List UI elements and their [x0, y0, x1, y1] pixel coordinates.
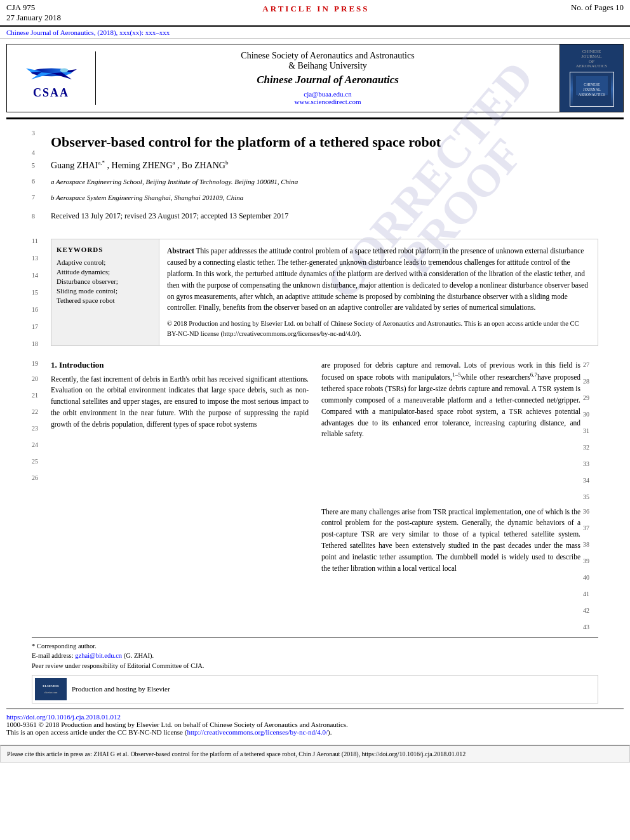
issn-text: 1000-9361 © 2018 Production and hosting … [6, 721, 348, 728]
left-line-nums: 20 21 22 23 24 25 26 [32, 374, 51, 481]
contact-links: cja@buaa.edu.cn www.sciencedirect.com [102, 90, 553, 105]
top-bar-left: CJA 975 27 January 2018 [6, 3, 61, 23]
keyword-4: Sliding mode control; [57, 287, 154, 295]
keywords-column: KEYWORDS Adaptive control; Attitude dyna… [51, 239, 159, 345]
author3-sup: b [225, 159, 229, 166]
copyright-text: © 2018 Production and hosting by Elsevie… [167, 319, 590, 339]
authors-list: Guang ZHAIa,* , Heming ZHENGa , Bo ZHANG… [51, 159, 228, 171]
author1-sup: a,* [98, 159, 105, 166]
abstract-column: Abstract This paper addresses the attitu… [159, 239, 598, 345]
right-para1: are proposed for debris capture and remo… [321, 360, 580, 500]
right-para2: There are many challenges arise from TSR… [321, 507, 580, 630]
author2-sup: a [173, 159, 175, 166]
intro-paragraph: 20 21 22 23 24 25 26 Recently, the fast … [32, 374, 309, 481]
svg-text:CHINESE: CHINESE [584, 83, 600, 86]
author2-name: , Heming ZHENG [107, 160, 173, 170]
elsevier-logo-small: ELSEVIER elsevier.com [35, 678, 67, 700]
email-link[interactable]: cja@buaa.edu.cn [102, 90, 553, 98]
keyword-3: Disturbance observer; [57, 277, 154, 285]
article-title: Observer-based control for the platform … [51, 133, 441, 152]
doi-footer: https://doi.org/10.1016/j.cja.2018.01.01… [6, 709, 624, 740]
svg-text:elsevier.com: elsevier.com [44, 691, 58, 694]
keywords-title: KEYWORDS [57, 246, 154, 253]
doi-section: https://doi.org/10.1016/j.cja.2018.01.01… [0, 703, 630, 742]
csaa-plane-icon [26, 57, 77, 85]
abstract-label: Abstract [167, 247, 194, 255]
received-section: 8 Received 13 July 2017; revised 23 Augu… [32, 211, 598, 227]
author3-name: , Bo ZHANG [177, 160, 225, 170]
peer-review-note: Peer review under responsibility of Edit… [32, 661, 598, 671]
intro-text-row: 20 21 22 23 24 25 26 Recently, the fast … [32, 374, 309, 481]
keyword-1: Adaptive control; [57, 258, 154, 266]
svg-rect-11 [37, 679, 65, 698]
body-two-col: 19 1. Introduction 20 21 22 23 24 25 26 [32, 360, 598, 630]
affil2-row: 7 b Aerospace System Engineering Shangha… [32, 192, 598, 208]
abstract-text: This paper addresses the attitude contro… [167, 247, 588, 311]
journal-title-block: Chinese Society of Aeronautics and Astro… [96, 44, 560, 112]
journal-link[interactable]: Chinese Journal of Aeronautics, (2018), … [6, 29, 170, 36]
article-in-press-label: ARTICLE IN PRESS [262, 3, 369, 14]
keyword-5: Tethered space robot [57, 297, 154, 304]
top-bar: CJA 975 27 January 2018 ARTICLE IN PRESS… [0, 0, 630, 27]
author1-name: Guang ZHAI [51, 160, 98, 170]
elsevier-journal-cover: CHINESE JOURNAL OF AERONAUTICS CHINESE J… [560, 44, 623, 112]
keyword-2: Attitude dynamics; [57, 268, 154, 276]
cite-text: Please cite this article in press as: ZH… [7, 750, 466, 757]
right-text-row1: are proposed for debris capture and remo… [321, 360, 598, 500]
right-text-row2: There are many challenges arise from TSR… [321, 507, 598, 630]
csaa-text: CSAA [33, 86, 69, 100]
doi-link[interactable]: https://doi.org/10.1016/j.cja.2018.01.01… [6, 713, 121, 721]
production-hosting-text: Production and hosting by Elsevier [72, 684, 170, 695]
right-line-nums-2: 36 37 38 39 40 41 42 43 [580, 507, 598, 630]
svg-text:JOURNAL: JOURNAL [583, 88, 601, 91]
corresponding-note: * Corresponding author. [32, 641, 598, 651]
affil1-row: 6 a Aerospace Engineering School, Beijin… [32, 177, 598, 192]
title-line-nums: 3 4 [32, 127, 51, 156]
left-column: 19 1. Introduction 20 21 22 23 24 25 26 [32, 360, 309, 630]
journal-cover-image: CHINESE JOURNAL AERONAUTICS [570, 72, 614, 107]
introduction-heading: 1. Introduction [51, 360, 104, 370]
email-note: E-mail address: gzhai@bit.edu.cn E-mail … [32, 651, 598, 661]
cite-bar: Please cite this article in press as: ZH… [0, 745, 630, 763]
journal-name: Chinese Journal of Aeronautics [102, 74, 553, 86]
abstract-section: KEYWORDS Adaptive control; Attitude dyna… [51, 239, 598, 345]
cover-svg: CHINESE JOURNAL AERONAUTICS [573, 73, 611, 105]
intro-heading-row: 19 1. Introduction [32, 360, 309, 374]
affiliation2: b Aerospace System Engineering Shanghai,… [51, 192, 243, 203]
production-hosting-block: ELSEVIER elsevier.com Production and hos… [32, 675, 598, 703]
top-bar-right: No. of Pages 10 [571, 3, 624, 13]
svg-point-5 [60, 69, 68, 72]
email-link-note[interactable]: gzhai@bit.edu.cn [75, 652, 122, 659]
affiliation1: a Aerospace Engineering School, Beijing … [51, 177, 298, 187]
svg-text:AERONAUTICS: AERONAUTICS [578, 93, 605, 97]
abstract-line-num: 11 13 14 15 16 17 18 [32, 234, 51, 347]
affiliations-section: 6 a Aerospace Engineering School, Beijin… [32, 177, 598, 208]
article-main: CORRECTED PROOF 3 4 Observer-based contr… [0, 127, 630, 703]
open-access-text: This is an open access article under the… [6, 728, 332, 736]
intro-para1-text: Recently, the fast increment of debris i… [51, 374, 309, 476]
society-name: Chinese Society of Aeronautics and Astro… [102, 51, 553, 61]
abstract-section-wrapper: 11 13 14 15 16 17 18 KEYWORDS Adaptive c… [32, 234, 598, 350]
csaa-logo-container: CSAA [7, 51, 96, 105]
authors-section: 5 Guang ZHAIa,* , Heming ZHENGa , Bo ZHA… [32, 159, 598, 177]
journal-link-bar: Chinese Journal of Aeronautics, (2018), … [0, 27, 630, 39]
journal-header: CSAA Chinese Society of Aeronautics and … [6, 44, 624, 112]
right-column: are proposed for debris capture and remo… [321, 360, 598, 630]
svg-text:ELSEVIER: ELSEVIER [43, 684, 59, 688]
title-section: 3 4 Observer-based control for the platf… [32, 127, 598, 159]
right-line-nums-1: 27 28 29 30 31 32 33 34 35 [580, 360, 598, 500]
license-link[interactable]: http://creativecommons.org/licenses/by-n… [187, 728, 328, 736]
university-name: & Beihang University [102, 61, 553, 71]
cover-label: CHINESE JOURNAL OF AERONAUTICS [576, 50, 607, 69]
website-link[interactable]: www.sciencedirect.com [102, 98, 553, 105]
body-columns: 19 1. Introduction 20 21 22 23 24 25 26 [32, 360, 598, 630]
received-dates: Received 13 July 2017; revised 23 August… [51, 211, 288, 221]
footnote-box: * Corresponding author. E-mail address: … [32, 637, 598, 703]
